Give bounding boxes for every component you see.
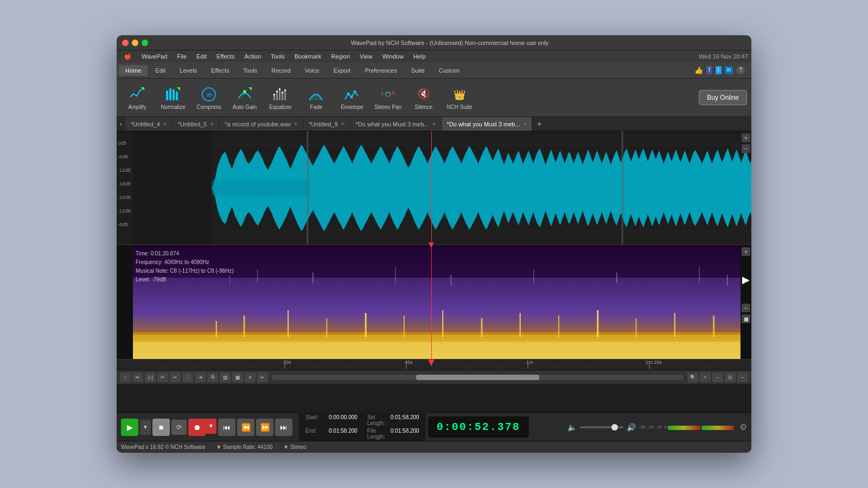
tool8[interactable]: ⧉ (207, 373, 218, 382)
nav-levels[interactable]: Levels (173, 65, 203, 76)
file-tab-4[interactable]: *Untitled_9 × (303, 117, 350, 131)
volume-up-icon[interactable]: 🔊 (627, 423, 636, 432)
region-menu[interactable]: Region (327, 52, 354, 61)
buy-online-button[interactable]: Buy Online (699, 90, 747, 105)
tool5[interactable]: ✂ (170, 373, 181, 382)
edit-menu[interactable]: Edit (192, 52, 211, 61)
fade-button[interactable]: Fade (300, 82, 333, 113)
minimize-button[interactable] (132, 40, 138, 46)
tool4[interactable]: ⊢ (157, 373, 168, 382)
window-menu[interactable]: Window (378, 52, 408, 61)
amplify-button[interactable]: Amplify (121, 82, 154, 113)
goto-start-button[interactable]: ⏮ (218, 419, 235, 436)
view-menu[interactable]: View (355, 52, 377, 61)
zoom-magnifier[interactable]: 🔍 (687, 373, 698, 382)
zoom-in-waveform[interactable]: + (742, 133, 750, 142)
draw-tool[interactable]: ✏ (132, 373, 143, 382)
linkedin-icon[interactable]: in (725, 66, 733, 74)
twitter-icon[interactable]: t (716, 66, 722, 74)
nav-effects[interactable]: Effects (205, 65, 235, 76)
nav-custom[interactable]: Custom (432, 65, 466, 76)
mixer-icon[interactable]: ⚙ (739, 422, 747, 432)
maximize-button[interactable] (142, 40, 148, 46)
zoom-in-spec[interactable]: + (742, 247, 750, 256)
nav-record[interactable]: Record (265, 65, 297, 76)
scrollbar-thumb[interactable] (416, 375, 540, 380)
record-button[interactable]: ⏺ (188, 419, 206, 436)
sample-rate-dropdown-icon[interactable]: ▼ (216, 444, 221, 450)
nchsuite-button[interactable]: 👑 NCH Suite (443, 82, 476, 113)
close-tab-1[interactable]: × (163, 121, 167, 127)
zoom-out-waveform[interactable]: − (742, 144, 750, 153)
zoom-fit-all[interactable]: ↔ (737, 373, 748, 382)
close-tab-5[interactable]: × (432, 121, 436, 127)
channels-dropdown-icon[interactable]: ▼ (283, 444, 289, 450)
nav-home[interactable]: Home (119, 65, 148, 76)
tool12[interactable]: ⊨ (257, 373, 268, 382)
horizontal-scrollbar[interactable] (272, 375, 684, 380)
timeline-row[interactable]: 30s 45s 1m 1m:15s (117, 359, 751, 370)
loop-button[interactable]: ⟳ (171, 420, 187, 435)
close-button[interactable] (122, 40, 129, 46)
zoom-out-spec[interactable]: − (742, 304, 750, 312)
tool11[interactable]: ≡ (245, 373, 256, 382)
help-menu[interactable]: Help (409, 52, 430, 61)
close-tab-2[interactable]: × (210, 121, 214, 127)
autogain-button[interactable]: Auto Gain (228, 82, 261, 113)
spectrogram-display[interactable]: Time: 0:01:20.874 Frequency: 4069Hz to 4… (117, 245, 751, 359)
compress-button[interactable]: dB Compress (193, 82, 225, 113)
equalizer-button[interactable]: Equalizer (264, 82, 297, 113)
facebook-icon[interactable]: f (706, 66, 712, 74)
zoom-in-btn[interactable]: + (700, 373, 711, 382)
stereopan-button[interactable]: L R Stereo Pan (372, 82, 404, 113)
tools-menu[interactable]: Tools (266, 52, 289, 61)
envelope-button[interactable]: Envelope (336, 82, 368, 113)
play-dropdown[interactable]: ▼ (140, 420, 151, 435)
help-icon[interactable]: ? (736, 66, 745, 74)
tool9[interactable]: ▤ (220, 373, 231, 382)
waveform-display[interactable]: 0dB -6dB -12dB -18dB -18dB -12dB -6dB (117, 131, 751, 245)
tool10[interactable]: ▦ (232, 373, 243, 382)
nav-export[interactable]: Export (327, 65, 358, 76)
effects-menu[interactable]: Effects (212, 52, 239, 61)
file-tab-3[interactable]: *a record of youtube.wav × (219, 117, 303, 131)
file-tab-5[interactable]: *Do what you Must 3 meb... × (350, 117, 442, 131)
silence-button[interactable]: 🔇 Silence (407, 82, 440, 113)
wavepad-menu[interactable]: WavePad (137, 52, 171, 61)
nav-tools[interactable]: Tools (237, 65, 264, 76)
file-tab-2[interactable]: *Untitled_5 × (173, 117, 220, 131)
tool7[interactable]: ⇥ (195, 373, 206, 382)
close-tab-4[interactable]: × (341, 121, 344, 127)
goto-end-button[interactable]: ⏭ (275, 419, 292, 436)
add-tab-button[interactable]: + (532, 119, 546, 129)
nav-preferences[interactable]: Preferences (358, 65, 403, 76)
fast-forward-button[interactable]: ⏩ (256, 419, 273, 436)
close-tab-3[interactable]: × (294, 121, 297, 127)
select-tool[interactable]: ↑ (120, 373, 131, 382)
normalize-button[interactable]: Normalize (157, 82, 189, 113)
rewind-button[interactable]: ⏪ (237, 419, 254, 436)
tool3[interactable]: |↕| (145, 373, 156, 382)
record-dropdown[interactable]: ▼ (206, 419, 216, 434)
nav-suite[interactable]: Suite (405, 65, 431, 76)
play-button[interactable]: ▶ (121, 419, 138, 436)
nav-voice[interactable]: Voice (298, 65, 326, 76)
action-menu[interactable]: Action (240, 52, 265, 61)
tool6[interactable]: ⋮ (182, 373, 193, 382)
file-tab-6[interactable]: *Do what you Must 3 meb... × (442, 117, 533, 131)
zoom-out-btn[interactable]: − (712, 373, 723, 382)
file-menu[interactable]: File (173, 52, 191, 61)
close-tab-6[interactable]: × (524, 121, 527, 127)
nav-edit[interactable]: Edit (149, 65, 172, 76)
volume-down-icon[interactable]: 🔈 (567, 423, 577, 432)
apple-menu[interactable]: 🍎 (120, 52, 136, 61)
volume-thumb[interactable] (611, 424, 618, 431)
volume-slider[interactable] (580, 426, 623, 428)
file-tab-1[interactable]: *Untitled_4 × (125, 117, 173, 131)
tab-back-button[interactable]: ‹ (117, 117, 125, 131)
stop-button[interactable]: ■ (152, 419, 170, 436)
thumbsup-icon[interactable]: 👍 (694, 66, 703, 74)
zoom-fit-spec[interactable]: ◼ (742, 314, 750, 323)
bookmark-menu[interactable]: Bookmark (290, 52, 326, 61)
zoom-selection[interactable]: ⊡ (725, 373, 736, 382)
